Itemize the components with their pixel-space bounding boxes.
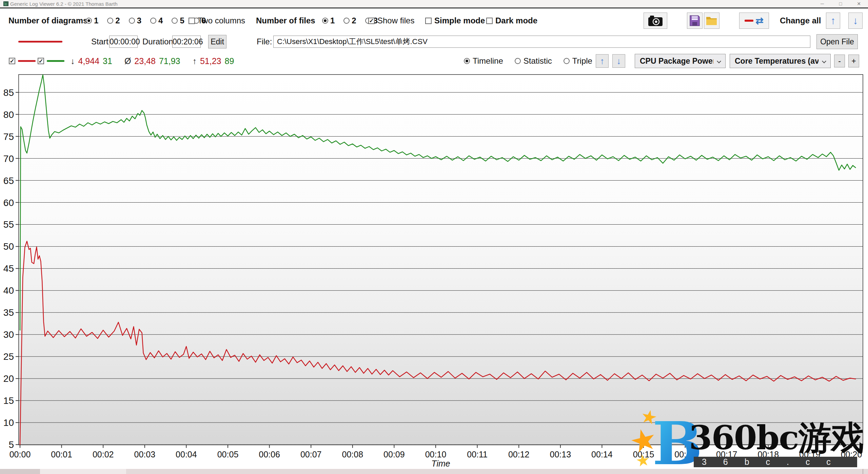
svg-text:00:06: 00:06 xyxy=(259,450,280,459)
view-timeline[interactable]: Timeline xyxy=(464,56,503,66)
radio-icon[interactable] xyxy=(515,58,521,64)
red-series-checkbox[interactable]: ✓ xyxy=(9,58,15,64)
timeline-chart: 85807570656055504540353025201510500:0000… xyxy=(0,68,868,471)
dark-mode-checkbox[interactable]: Dark mode xyxy=(486,16,537,25)
min-icon: ↓ xyxy=(71,56,75,66)
change-all-label: Change all xyxy=(780,16,821,25)
bottom-taskbar-strip xyxy=(0,469,868,474)
svg-text:55: 55 xyxy=(3,219,14,230)
svg-text:25: 25 xyxy=(3,351,14,362)
svg-text:00:14: 00:14 xyxy=(591,450,613,459)
diagram-count-5[interactable]: 5 xyxy=(172,16,184,25)
screenshot-button[interactable] xyxy=(644,13,667,29)
red-series-toggle[interactable]: ✓ xyxy=(9,58,36,64)
radio-icon[interactable] xyxy=(322,18,328,24)
red-series-sample-line xyxy=(18,60,36,62)
radio-icon[interactable] xyxy=(172,18,178,24)
max-red-value: 51,23 xyxy=(200,56,221,66)
show-files-label: Show files xyxy=(377,16,414,25)
diagram-count-4[interactable]: 4 xyxy=(150,16,163,25)
two-columns-box[interactable] xyxy=(189,18,195,24)
svg-text:45: 45 xyxy=(3,263,14,274)
diagram-count-label: 4 xyxy=(158,16,163,25)
close-icon[interactable]: ✕ xyxy=(850,0,868,7)
svg-text:00:05: 00:05 xyxy=(217,450,239,459)
simple-mode-checkbox[interactable]: Simple mode xyxy=(425,16,485,25)
green-series-toggle[interactable]: ✓ xyxy=(38,58,64,64)
open-folder-button[interactable] xyxy=(704,13,719,29)
show-files-checkbox[interactable]: ✓ Show files xyxy=(368,16,414,25)
window-title: Generic Log Viewer 6.2 - © 2021 Thomas B… xyxy=(10,1,118,7)
diagram-count-label: 2 xyxy=(115,16,120,25)
svg-text:30: 30 xyxy=(3,329,14,340)
radio-icon[interactable] xyxy=(343,18,350,24)
radio-icon[interactable] xyxy=(107,18,113,24)
avg-icon: Ø xyxy=(124,56,131,66)
generic-log-viewer-window: Generic Log Viewer 6.2 - © 2021 Thomas B… xyxy=(0,0,868,474)
duration-input[interactable]: 00:20:06 xyxy=(172,36,201,48)
plot-down-button[interactable]: ↓ xyxy=(612,54,625,68)
diagram-count-2[interactable]: 2 xyxy=(107,16,120,25)
save-button[interactable] xyxy=(687,13,703,29)
simple-mode-label: Simple mode xyxy=(434,16,485,25)
move-down-button[interactable]: ↓ xyxy=(848,13,863,29)
green-series-checkbox[interactable]: ✓ xyxy=(38,58,44,64)
show-files-box[interactable]: ✓ xyxy=(368,18,375,24)
file-count-2[interactable]: 2 xyxy=(343,16,356,25)
minimize-icon[interactable]: ─ xyxy=(813,0,831,7)
simple-mode-box[interactable] xyxy=(425,18,432,24)
svg-text:60: 60 xyxy=(3,198,14,208)
svg-text:00:10: 00:10 xyxy=(425,450,447,459)
view-triple[interactable]: Triple xyxy=(564,56,592,66)
app-icon xyxy=(3,1,8,6)
min-green-value: 31 xyxy=(103,56,112,66)
edit-button[interactable]: Edit xyxy=(208,35,226,48)
svg-text:40: 40 xyxy=(3,285,14,296)
green-channel-dropdown[interactable]: Core Temperatures (avg) [¡ãC] xyxy=(730,54,831,68)
move-up-button[interactable]: ↑ xyxy=(826,13,840,29)
start-input[interactable]: 00:00:00 xyxy=(109,36,138,48)
swap-series-button[interactable]: ⇄ xyxy=(739,13,769,29)
svg-text:10: 10 xyxy=(3,417,14,428)
green-series-sample-line xyxy=(47,60,64,62)
file-count-label: 1 xyxy=(330,16,335,25)
diagram-count-label: 5 xyxy=(180,16,184,25)
svg-text:85: 85 xyxy=(3,87,14,98)
watermark-domain-bar: 3 6 b c . c c xyxy=(694,457,857,467)
title-bar: Generic Log Viewer 6.2 - © 2021 Thomas B… xyxy=(0,0,868,7)
diagram-count-3[interactable]: 3 xyxy=(129,16,141,25)
swap-arrows-icon: ⇄ xyxy=(755,15,763,26)
up-arrow-icon: ↑ xyxy=(600,56,605,66)
two-columns-checkbox[interactable]: Two columns xyxy=(189,16,245,25)
open-file-button[interactable]: Open File xyxy=(816,34,858,49)
view-label: Timeline xyxy=(473,56,503,66)
svg-text:00:07: 00:07 xyxy=(300,450,322,459)
down-arrow-icon: ↓ xyxy=(853,15,858,26)
radio-icon[interactable] xyxy=(464,58,470,64)
maximize-icon[interactable]: □ xyxy=(831,0,850,7)
diagram-count-1[interactable]: 1 xyxy=(86,16,98,25)
view-mode-radios: TimelineStatisticTriple xyxy=(464,56,604,66)
svg-text:35: 35 xyxy=(3,307,14,318)
file-count-1[interactable]: 1 xyxy=(322,16,335,25)
diagrams-label: Number of diagrams xyxy=(8,16,87,25)
radio-icon[interactable] xyxy=(86,18,92,24)
file1-legend-line xyxy=(18,41,62,43)
plot-up-button[interactable]: ↑ xyxy=(596,54,609,68)
svg-text:00:00: 00:00 xyxy=(9,450,31,459)
file-path-input[interactable]: C:\Users\X1\Desktop\工作\SL5\test\单烤.CSV xyxy=(273,36,810,48)
green-channel-value: Core Temperatures (avg) [¡ãC] xyxy=(735,57,818,66)
radio-icon[interactable] xyxy=(564,58,570,64)
dark-mode-box[interactable] xyxy=(486,18,493,24)
svg-text:00:02: 00:02 xyxy=(93,450,114,459)
radio-icon[interactable] xyxy=(129,18,135,24)
zoom-in-button[interactable]: + xyxy=(848,55,859,67)
svg-text:00:08: 00:08 xyxy=(342,450,363,459)
svg-text:65: 65 xyxy=(3,176,14,186)
view-statistic[interactable]: Statistic xyxy=(515,56,552,66)
radio-icon[interactable] xyxy=(150,18,156,24)
min-red-value: 4,944 xyxy=(78,56,100,66)
red-channel-dropdown[interactable]: CPU Package Power [W] xyxy=(635,54,726,68)
zoom-out-button[interactable]: - xyxy=(834,55,845,67)
save-icon xyxy=(689,15,700,26)
